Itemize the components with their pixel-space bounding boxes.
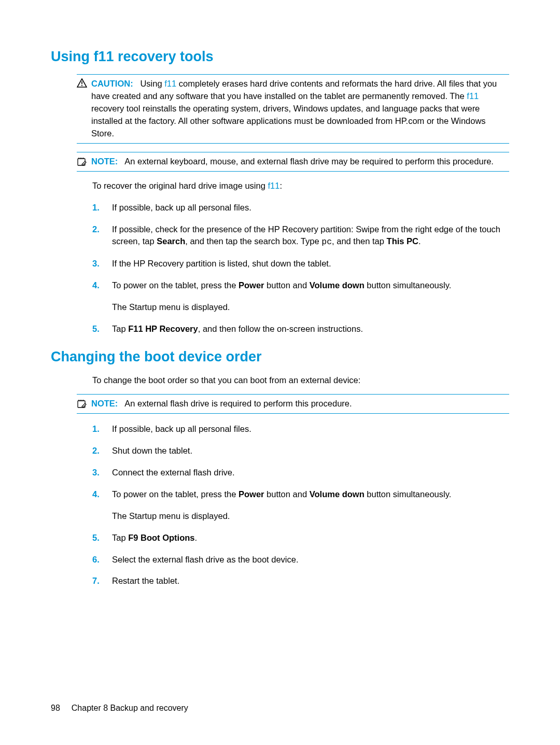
caution-label: CAUTION: <box>91 79 133 88</box>
list-item: 5. Tap F9 Boot Options. <box>92 532 509 544</box>
caution-icon <box>77 78 89 88</box>
pc-code: pc <box>321 237 332 247</box>
this-pc-keyword: This PC <box>387 236 418 246</box>
sub-paragraph: The Startup menu is displayed. <box>112 510 509 523</box>
step-number: 7. <box>92 575 100 587</box>
step-number: 2. <box>92 445 100 457</box>
volume-down-keyword: Volume down <box>310 280 365 290</box>
note-callout: NOTE: An external keyboard, mouse, and e… <box>77 152 509 172</box>
heading-using-f11: Using f11 recovery tools <box>51 47 509 67</box>
intro-text-2: To change the boot order so that you can… <box>92 374 509 387</box>
volume-down-keyword: Volume down <box>310 489 365 499</box>
step-number: 2. <box>92 223 100 236</box>
note-icon <box>77 156 89 166</box>
step-number: 1. <box>92 423 100 435</box>
heading-boot-order: Changing the boot device order <box>51 347 509 367</box>
list-item: 5. Tap F11 HP Recovery, and then follow … <box>92 323 509 335</box>
note-text: NOTE: An external keyboard, mouse, and e… <box>91 156 509 168</box>
list-item: 2. If possible, check for the presence o… <box>92 223 509 249</box>
list-item: 1. If possible, back up all personal fil… <box>92 202 509 214</box>
f11-key: f11 <box>268 181 279 190</box>
note-icon <box>77 398 89 409</box>
step-number: 3. <box>92 467 100 479</box>
sub-paragraph: The Startup menu is displayed. <box>112 301 509 314</box>
f11-key: f11 <box>164 79 176 88</box>
note-label: NOTE: <box>91 157 118 166</box>
caution-text: CAUTION: Using f11 completely erases har… <box>91 78 509 140</box>
list-item: 3. Connect the external flash drive. <box>92 467 509 479</box>
step-number: 1. <box>92 202 100 214</box>
step-number: 5. <box>92 323 100 335</box>
list-item: 7. Restart the tablet. <box>92 575 509 587</box>
caution-callout: CAUTION: Using f11 completely erases har… <box>77 74 509 144</box>
steps-list-1: 1. If possible, back up all personal fil… <box>92 202 509 335</box>
step-number: 6. <box>92 554 100 566</box>
search-keyword: Search <box>157 236 185 246</box>
step-number: 3. <box>92 258 100 270</box>
step-number: 4. <box>92 488 100 501</box>
svg-point-1 <box>81 85 82 86</box>
f11-key: f11 <box>467 91 479 101</box>
intro-text: To recover the original hard drive image… <box>92 180 509 192</box>
list-item: 6. Select the external flash drive as th… <box>92 554 509 566</box>
note-label: NOTE: <box>91 399 118 408</box>
f11-recovery-keyword: F11 HP Recovery <box>128 324 198 333</box>
note-text: NOTE: An external flash drive is require… <box>91 398 509 410</box>
page-number: 98 <box>51 704 60 712</box>
chapter-label: Chapter 8 Backup and recovery <box>72 704 188 712</box>
list-item: 4. To power on the tablet, press the Pow… <box>92 488 509 523</box>
note-callout-2: NOTE: An external flash drive is require… <box>77 394 509 414</box>
power-keyword: Power <box>239 489 264 499</box>
page: Using f11 recovery tools CAUTION: Using … <box>0 0 560 745</box>
step-number: 5. <box>92 532 100 544</box>
f9-boot-keyword: F9 Boot Options <box>128 533 194 542</box>
power-keyword: Power <box>239 280 264 290</box>
list-item: 4. To power on the tablet, press the Pow… <box>92 279 509 314</box>
steps-list-2: 1. If possible, back up all personal fil… <box>92 423 509 587</box>
list-item: 1. If possible, back up all personal fil… <box>92 423 509 435</box>
list-item: 2. Shut down the tablet. <box>92 445 509 457</box>
step-number: 4. <box>92 279 100 292</box>
page-footer: 98Chapter 8 Backup and recovery <box>51 702 188 714</box>
list-item: 3. If the HP Recovery partition is liste… <box>92 258 509 270</box>
